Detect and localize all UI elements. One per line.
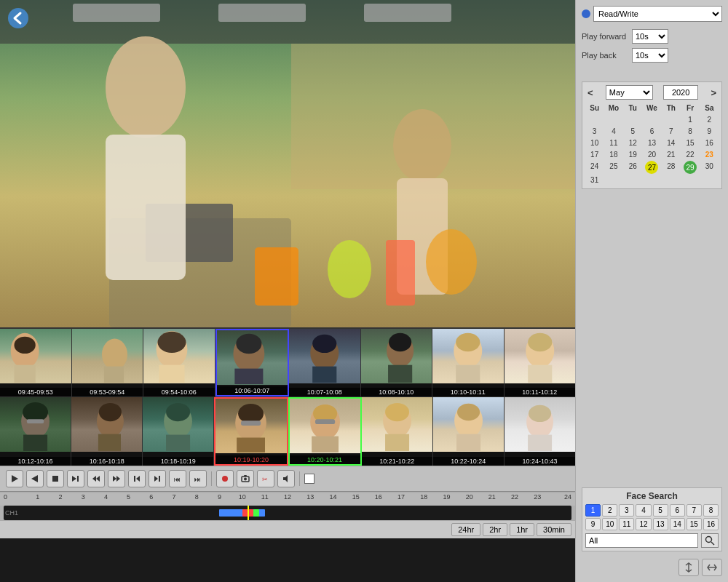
thumb-4[interactable]: 10:06-10:07 [215, 329, 290, 396]
svg-rect-69 [52, 476, 58, 482]
play-back-select[interactable]: 10s [632, 48, 668, 63]
face-search-all-input[interactable] [585, 533, 698, 548]
face-search-button[interactable] [701, 533, 719, 548]
thumb-6[interactable]: 10:08-10:10 [361, 329, 433, 396]
cal-day-7[interactable]: 7 [662, 126, 680, 137]
checkbox-1[interactable] [304, 474, 314, 484]
tool-horizontal-button[interactable] [702, 559, 722, 576]
face-num-15[interactable]: 15 [687, 518, 702, 530]
timeline-track[interactable]: CH1 [4, 506, 571, 520]
read-write-select[interactable]: Read/Write [593, 6, 722, 22]
snapshot-button[interactable] [237, 470, 254, 487]
cal-day-2[interactable]: 2 [700, 114, 719, 125]
cal-day-18[interactable]: 18 [604, 149, 622, 160]
cal-day-25[interactable]: 25 [604, 161, 622, 174]
timeline-hour-0: 0 [4, 493, 26, 506]
thumb-1[interactable]: 09:45-09:53 [0, 329, 72, 396]
audio-button[interactable] [277, 470, 295, 487]
cut-button[interactable]: ✂ [257, 470, 274, 487]
cal-day-9[interactable]: 9 [700, 126, 719, 137]
cal-day-1[interactable]: 1 [681, 114, 699, 125]
time-2hr-button[interactable]: 2hr [483, 523, 507, 536]
thumb-7[interactable]: 10:10-10:11 [432, 329, 505, 396]
cal-day-12[interactable]: 12 [624, 137, 642, 148]
face-num-11[interactable]: 11 [619, 518, 634, 530]
record-button[interactable] [216, 470, 234, 487]
next-fast-button[interactable] [108, 470, 125, 487]
read-write-radio[interactable] [582, 9, 590, 18]
prev-chapter-button[interactable] [128, 470, 146, 487]
time-24hr-button[interactable]: 24hr [451, 523, 480, 536]
thumb-8[interactable]: 10:11-10:12 [505, 329, 576, 396]
thumb-13[interactable]: 10:20-10:21 [288, 397, 362, 466]
play-forward-select[interactable]: 10s [632, 29, 668, 44]
tool-vertical-button[interactable] [678, 559, 699, 576]
next-day-button[interactable]: ⏭ [189, 470, 207, 487]
cal-day-5[interactable]: 5 [624, 126, 642, 137]
time-1hr-button[interactable]: 1hr [510, 523, 534, 536]
back-button[interactable] [7, 7, 29, 29]
cal-day-6[interactable]: 6 [643, 126, 661, 137]
cal-day-16[interactable]: 16 [700, 137, 719, 148]
face-num-7[interactable]: 7 [687, 504, 702, 517]
thumb-2[interactable]: 09:53-09:54 [72, 329, 144, 396]
face-num-3[interactable]: 3 [619, 504, 634, 517]
cal-day-28[interactable]: 28 [662, 161, 680, 174]
cal-day-24[interactable]: 24 [585, 161, 604, 174]
next-chapter-button[interactable] [149, 470, 166, 487]
prev-fast-button[interactable] [87, 470, 105, 487]
cal-day-4[interactable]: 4 [604, 126, 622, 137]
time-30min-button[interactable]: 30min [537, 523, 571, 536]
cal-day-27[interactable]: 27 [645, 161, 658, 174]
svg-point-36 [456, 333, 480, 351]
cal-day-14[interactable]: 14 [662, 137, 680, 148]
thumb-12[interactable]: 10:19-10:20 [214, 397, 288, 466]
face-num-9[interactable]: 9 [585, 518, 601, 530]
prev-button[interactable] [26, 470, 44, 487]
face-num-4[interactable]: 4 [636, 504, 651, 517]
cal-day-22[interactable]: 22 [681, 149, 699, 160]
cal-day-23[interactable]: 23 [700, 149, 719, 160]
thumb-14[interactable]: 10:21-10:22 [362, 397, 433, 466]
thumb-5[interactable]: 10:07-10:08 [289, 329, 361, 396]
face-num-8[interactable]: 8 [703, 504, 719, 517]
cal-day-10[interactable]: 10 [585, 137, 604, 148]
cal-day-20[interactable]: 20 [643, 149, 661, 160]
cal-day-19[interactable]: 19 [624, 149, 642, 160]
cal-day-15[interactable]: 15 [681, 137, 699, 148]
face-num-16[interactable]: 16 [703, 518, 719, 530]
thumb-15[interactable]: 10:22-10:24 [433, 397, 505, 466]
cal-day-13[interactable]: 13 [643, 137, 661, 148]
thumb-3[interactable]: 09:54-10:06 [143, 329, 215, 396]
play-button[interactable] [6, 470, 23, 487]
thumb-10[interactable]: 10:16-10:18 [71, 397, 143, 466]
thumb-16[interactable]: 10:24-10:43 [505, 397, 575, 466]
cal-day-26[interactable]: 26 [624, 161, 642, 174]
thumb-11[interactable]: 10:18-10:19 [143, 397, 214, 466]
face-num-13[interactable]: 13 [653, 518, 668, 530]
cal-day-21[interactable]: 21 [662, 149, 680, 160]
calendar-prev-button[interactable]: < [585, 87, 596, 98]
cal-day-30[interactable]: 30 [700, 161, 719, 174]
face-num-2[interactable]: 2 [602, 504, 617, 517]
svg-rect-65 [528, 435, 552, 451]
thumb-9[interactable]: 10:12-10:16 [0, 397, 71, 466]
cal-day-11[interactable]: 11 [604, 137, 622, 148]
face-num-6[interactable]: 6 [670, 504, 685, 517]
cal-day-3[interactable]: 3 [585, 126, 604, 137]
stop-button[interactable] [47, 470, 64, 487]
face-num-5[interactable]: 5 [653, 504, 668, 517]
calendar-next-button[interactable]: > [708, 87, 719, 98]
prev-day-button[interactable]: ⏮ [169, 470, 186, 487]
cal-day-31[interactable]: 31 [585, 175, 604, 186]
cal-day-8[interactable]: 8 [681, 126, 699, 137]
face-num-12[interactable]: 12 [636, 518, 651, 530]
calendar-year-input[interactable] [663, 85, 698, 100]
face-num-1[interactable]: 1 [585, 504, 601, 517]
face-num-10[interactable]: 10 [602, 518, 617, 530]
cal-day-29[interactable]: 29 [684, 161, 697, 174]
cal-day-17[interactable]: 17 [585, 149, 604, 160]
face-num-14[interactable]: 14 [670, 518, 685, 530]
calendar-month-select[interactable]: May [606, 85, 653, 100]
next-frame-button[interactable] [67, 470, 84, 487]
